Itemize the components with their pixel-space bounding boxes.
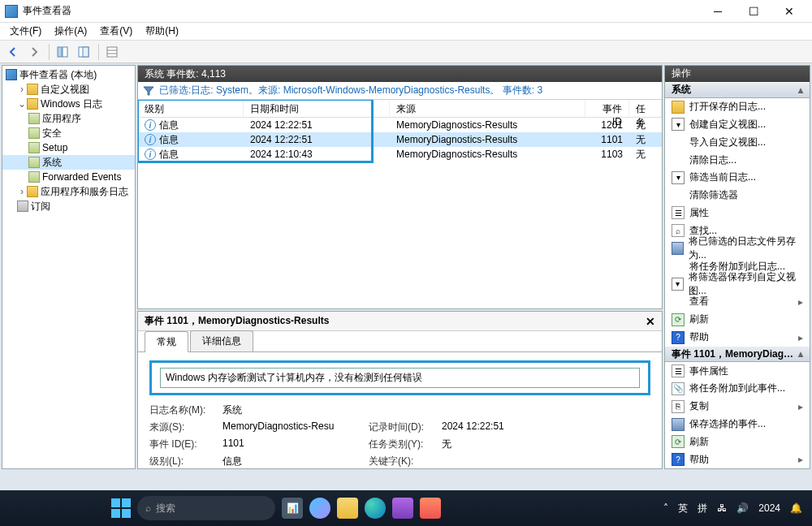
detail-close-button[interactable]: ✕ (646, 315, 655, 328)
col-task[interactable]: 任务 (629, 100, 662, 117)
lbl-source: 来源(S): (149, 420, 222, 434)
lbl-keywords: 关键字(K): (369, 455, 442, 468)
menu-file[interactable]: 文件(F) (3, 23, 48, 40)
actions-title: 操作 (665, 66, 810, 82)
tree-app-service-logs[interactable]: ›应用程序和服务日志 (2, 184, 135, 199)
filter-icon (143, 85, 154, 97)
lbl-level: 级别(L): (149, 455, 222, 468)
tree-label: Forwarded Events (42, 171, 121, 183)
show-hide-action-button[interactable] (102, 42, 122, 62)
action-save-selected[interactable]: 保存选择的事件... (665, 416, 810, 433)
col-source[interactable]: 来源 (390, 100, 585, 117)
close-button[interactable]: ✕ (771, 0, 807, 23)
filter-row: 已筛选:日志: System。来源: Microsoft-Windows-Mem… (138, 82, 662, 100)
volume-icon[interactable]: 🔊 (736, 502, 749, 514)
back-button[interactable] (3, 42, 23, 62)
tree-label: 应用程序 (42, 112, 81, 126)
info-icon: i (145, 134, 156, 145)
action-attach-task-event[interactable]: 📎将任务附加到此事件... (665, 380, 810, 398)
action-save-filter-to-view[interactable]: ▾将筛选器保存到自定义视图... (665, 275, 810, 293)
menu-view[interactable]: 查看(V) (93, 23, 139, 40)
tree-system[interactable]: 系统 (2, 155, 135, 170)
col-level[interactable]: 级别 (138, 100, 244, 117)
table-row[interactable]: i信息2024 12:22:51MemoryDiagnostics-Result… (138, 118, 662, 132)
clock[interactable]: 2024 (758, 502, 780, 514)
notifications-icon[interactable]: 🔔 (790, 502, 802, 514)
val-event-id: 1101 (222, 438, 369, 451)
val-log-name: 系统 (222, 403, 369, 417)
search-placeholder: 搜索 (156, 502, 175, 515)
action-save-filtered[interactable]: 将已筛选的日志文件另存为... (665, 239, 810, 257)
action-help2[interactable]: ?帮助▸ (665, 451, 810, 468)
event-table: 级别 日期和时间 来源 事件 ID 任务 i信息2024 12:22:51Mem… (138, 100, 662, 308)
maximize-button[interactable]: ☐ (736, 0, 771, 23)
detail-tabs: 常规 详细信息 (138, 331, 662, 352)
tree-root[interactable]: 事件查看器 (本地) (2, 67, 135, 82)
actions-section-event[interactable]: 事件 1101，MemoryDiagnosti...▴ (665, 346, 810, 362)
action-filter-current-log[interactable]: ▾筛选当前日志... (665, 169, 810, 187)
show-hide-tree-button[interactable] (53, 42, 72, 62)
action-open-saved-log[interactable]: 打开保存的日志... (665, 98, 810, 116)
detail-grid: 日志名称(M): 系统 来源(S): MemoryDiagnostics-Res… (149, 403, 650, 468)
collapse-icon: ▴ (798, 348, 803, 360)
action-copy[interactable]: ⎘复制▸ (665, 398, 810, 416)
minimize-button[interactable]: ─ (700, 0, 736, 23)
taskbar-app-2[interactable] (392, 498, 413, 519)
forward-button[interactable] (24, 42, 44, 62)
val-logged: 2024 12:22:51 (442, 420, 572, 434)
action-event-properties[interactable]: ☰事件属性 (665, 362, 810, 380)
taskbar-explorer[interactable] (337, 498, 358, 519)
tree-security[interactable]: 安全 (2, 126, 135, 140)
taskbar-copilot[interactable] (309, 498, 330, 519)
action-help[interactable]: ?帮助▸ (665, 329, 810, 347)
help-icon: ? (672, 331, 685, 344)
collapse-icon: ▴ (798, 84, 803, 96)
tray-chevron-icon[interactable]: ˄ (663, 502, 668, 514)
menu-help[interactable]: 帮助(H) (139, 23, 185, 40)
action-refresh2[interactable]: ⟳刷新 (665, 433, 810, 451)
filter-text: 已筛选:日志: System。来源: Microsoft-Windows-Mem… (159, 84, 542, 97)
tab-details[interactable]: 详细信息 (190, 330, 253, 351)
svg-rect-4 (107, 47, 117, 57)
col-date[interactable]: 日期和时间 (244, 100, 390, 117)
taskbar-snipping[interactable] (420, 498, 441, 519)
svg-rect-0 (58, 47, 62, 57)
tree-setup[interactable]: Setup (2, 140, 135, 155)
table-row[interactable]: i信息2024 12:22:51MemoryDiagnostics-Result… (138, 132, 662, 147)
tree-subscriptions[interactable]: 订阅 (2, 199, 135, 213)
ime-mode[interactable]: 拼 (698, 502, 707, 515)
refresh-icon: ⟳ (672, 313, 685, 326)
tree-windows-logs[interactable]: ⌄Windows 日志 (2, 97, 135, 111)
network-icon[interactable]: 🖧 (717, 502, 727, 514)
start-button[interactable] (111, 498, 131, 518)
menu-action[interactable]: 操作(A) (48, 23, 93, 40)
col-event-id[interactable]: 事件 ID (585, 100, 629, 117)
tab-general[interactable]: 常规 (145, 331, 188, 352)
ime-lang[interactable]: 英 (678, 502, 688, 515)
action-clear-log[interactable]: 清除日志... (665, 151, 810, 169)
action-clear-filter[interactable]: 清除筛选器 (665, 187, 810, 205)
tree-pane: 事件查看器 (本地) ›自定义视图 ⌄Windows 日志 应用程序 安全 Se… (2, 65, 136, 469)
actions-section-system[interactable]: 系统▴ (665, 82, 810, 98)
tree-label: 安全 (42, 127, 62, 140)
tree-custom-views[interactable]: ›自定义视图 (2, 82, 135, 97)
folder-open-icon (672, 101, 685, 114)
actions-pane: 操作 系统▴ 打开保存的日志... ▾创建自定义视图... 导入自定义视图...… (664, 65, 810, 469)
taskbar-app-1[interactable]: 📊 (282, 498, 303, 519)
search-icon: ⌕ (145, 502, 151, 514)
action-create-custom-view[interactable]: ▾创建自定义视图... (665, 115, 810, 133)
table-row[interactable]: i信息2024 12:10:43MemoryDiagnostics-Result… (138, 147, 662, 162)
titlebar: 事件查看器 ─ ☐ ✕ (0, 0, 812, 23)
action-view[interactable]: 查看▸ (665, 293, 810, 311)
action-properties[interactable]: ☰属性 (665, 205, 810, 222)
menubar: 文件(F) 操作(A) 查看(V) 帮助(H) (0, 23, 812, 41)
window-title: 事件查看器 (23, 4, 71, 18)
action-import-custom-view[interactable]: 导入自定义视图... (665, 133, 810, 151)
action-refresh[interactable]: ⟳刷新 (665, 311, 810, 329)
tree-application[interactable]: 应用程序 (2, 111, 135, 126)
help-toolbar-button[interactable] (74, 42, 93, 62)
taskbar-edge[interactable] (365, 498, 386, 519)
taskbar-search[interactable]: ⌕ 搜索 (137, 496, 275, 520)
attach-icon: 📎 (672, 382, 685, 395)
tree-forwarded[interactable]: Forwarded Events (2, 170, 135, 184)
